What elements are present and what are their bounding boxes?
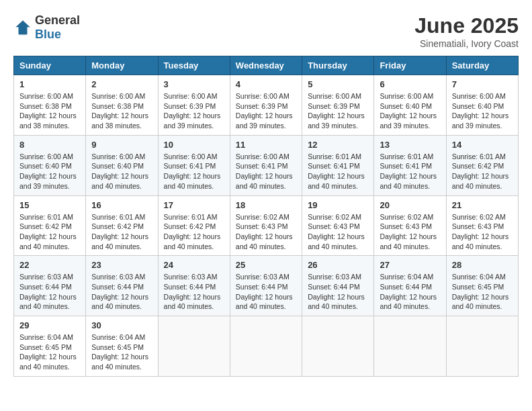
calendar-cell: 4 Sunrise: 6:00 AM Sunset: 6:39 PM Dayli…	[230, 75, 302, 136]
calendar-cell: 21 Sunrise: 6:02 AM Sunset: 6:43 PM Dayl…	[446, 195, 518, 256]
day-info: Sunrise: 6:03 AM Sunset: 6:44 PM Dayligh…	[164, 272, 224, 312]
day-info: Sunrise: 6:01 AM Sunset: 6:41 PM Dayligh…	[380, 152, 440, 191]
calendar-cell: 15 Sunrise: 6:01 AM Sunset: 6:42 PM Dayl…	[14, 195, 86, 256]
day-number: 22	[19, 260, 80, 270]
calendar-cell	[158, 316, 230, 377]
day-info: Sunrise: 6:00 AM Sunset: 6:39 PM Dayligh…	[308, 91, 368, 131]
calendar-cell: 9 Sunrise: 6:00 AM Sunset: 6:40 PM Dayli…	[86, 135, 158, 195]
calendar-week-3: 15 Sunrise: 6:01 AM Sunset: 6:42 PM Dayl…	[14, 195, 519, 256]
day-info: Sunrise: 6:00 AM Sunset: 6:40 PM Dayligh…	[380, 91, 440, 131]
day-info: Sunrise: 6:02 AM Sunset: 6:43 PM Dayligh…	[452, 212, 513, 252]
calendar-cell: 11 Sunrise: 6:00 AM Sunset: 6:41 PM Dayl…	[230, 135, 302, 195]
calendar-cell: 30 Sunrise: 6:04 AM Sunset: 6:45 PM Dayl…	[86, 316, 158, 377]
calendar-cell: 25 Sunrise: 6:03 AM Sunset: 6:44 PM Dayl…	[230, 256, 302, 316]
calendar-cell: 22 Sunrise: 6:03 AM Sunset: 6:44 PM Dayl…	[14, 256, 86, 316]
day-info: Sunrise: 6:01 AM Sunset: 6:42 PM Dayligh…	[452, 152, 513, 191]
weekday-header-sunday: Sunday	[14, 56, 86, 75]
day-info: Sunrise: 6:02 AM Sunset: 6:43 PM Dayligh…	[380, 212, 440, 252]
day-number: 29	[19, 320, 80, 330]
day-info: Sunrise: 6:00 AM Sunset: 6:41 PM Dayligh…	[236, 152, 296, 191]
weekday-header-thursday: Thursday	[302, 56, 374, 75]
calendar-cell: 20 Sunrise: 6:02 AM Sunset: 6:43 PM Dayl…	[374, 195, 446, 256]
day-number: 10	[164, 140, 224, 150]
day-info: Sunrise: 6:00 AM Sunset: 6:40 PM Dayligh…	[19, 152, 80, 191]
day-number: 9	[91, 140, 152, 150]
day-number: 3	[164, 79, 224, 89]
calendar-cell: 23 Sunrise: 6:03 AM Sunset: 6:44 PM Dayl…	[86, 256, 158, 316]
calendar-cell: 6 Sunrise: 6:00 AM Sunset: 6:40 PM Dayli…	[374, 75, 446, 136]
calendar-cell: 27 Sunrise: 6:04 AM Sunset: 6:44 PM Dayl…	[374, 256, 446, 316]
day-info: Sunrise: 6:00 AM Sunset: 6:39 PM Dayligh…	[236, 91, 296, 131]
day-number: 21	[452, 200, 513, 210]
weekday-header-tuesday: Tuesday	[158, 56, 230, 75]
day-number: 12	[308, 140, 368, 150]
calendar-cell: 28 Sunrise: 6:04 AM Sunset: 6:45 PM Dayl…	[446, 256, 518, 316]
day-info: Sunrise: 6:01 AM Sunset: 6:42 PM Dayligh…	[164, 212, 224, 252]
calendar-cell	[302, 316, 374, 377]
day-number: 14	[452, 140, 513, 150]
calendar-cell: 24 Sunrise: 6:03 AM Sunset: 6:44 PM Dayl…	[158, 256, 230, 316]
calendar-table: SundayMondayTuesdayWednesdayThursdayFrid…	[13, 56, 519, 377]
logo: General Blue	[13, 13, 80, 42]
calendar-cell: 5 Sunrise: 6:00 AM Sunset: 6:39 PM Dayli…	[302, 75, 374, 136]
day-info: Sunrise: 6:00 AM Sunset: 6:38 PM Dayligh…	[91, 91, 152, 131]
calendar-cell: 2 Sunrise: 6:00 AM Sunset: 6:38 PM Dayli…	[86, 75, 158, 136]
day-info: Sunrise: 6:04 AM Sunset: 6:45 PM Dayligh…	[91, 332, 152, 372]
calendar-cell: 1 Sunrise: 6:00 AM Sunset: 6:38 PM Dayli…	[14, 75, 86, 136]
day-info: Sunrise: 6:02 AM Sunset: 6:43 PM Dayligh…	[236, 212, 296, 252]
weekday-header-monday: Monday	[86, 56, 158, 75]
weekday-header-saturday: Saturday	[446, 56, 518, 75]
calendar-week-2: 8 Sunrise: 6:00 AM Sunset: 6:40 PM Dayli…	[14, 135, 519, 195]
calendar-week-1: 1 Sunrise: 6:00 AM Sunset: 6:38 PM Dayli…	[14, 75, 519, 136]
calendar-cell: 7 Sunrise: 6:00 AM Sunset: 6:40 PM Dayli…	[446, 75, 518, 136]
day-info: Sunrise: 6:03 AM Sunset: 6:44 PM Dayligh…	[308, 272, 368, 312]
day-info: Sunrise: 6:02 AM Sunset: 6:43 PM Dayligh…	[308, 212, 368, 252]
day-number: 28	[452, 260, 513, 270]
day-info: Sunrise: 6:01 AM Sunset: 6:42 PM Dayligh…	[19, 212, 80, 252]
day-number: 4	[236, 79, 296, 89]
day-info: Sunrise: 6:04 AM Sunset: 6:45 PM Dayligh…	[452, 272, 513, 312]
calendar-cell: 19 Sunrise: 6:02 AM Sunset: 6:43 PM Dayl…	[302, 195, 374, 256]
day-info: Sunrise: 6:01 AM Sunset: 6:41 PM Dayligh…	[308, 152, 368, 191]
logo-icon	[13, 18, 32, 37]
calendar-cell: 13 Sunrise: 6:01 AM Sunset: 6:41 PM Dayl…	[374, 135, 446, 195]
calendar-cell	[374, 316, 446, 377]
calendar-cell: 12 Sunrise: 6:01 AM Sunset: 6:41 PM Dayl…	[302, 135, 374, 195]
calendar-cell: 29 Sunrise: 6:04 AM Sunset: 6:45 PM Dayl…	[14, 316, 86, 377]
day-info: Sunrise: 6:01 AM Sunset: 6:42 PM Dayligh…	[91, 212, 152, 252]
day-number: 15	[19, 200, 80, 210]
location-title: Sinematiali, Ivory Coast	[414, 38, 519, 49]
page-header: General Blue June 2025 Sinematiali, Ivor…	[13, 13, 519, 49]
day-number: 24	[164, 260, 224, 270]
day-number: 27	[380, 260, 440, 270]
day-number: 6	[380, 79, 440, 89]
day-number: 25	[236, 260, 296, 270]
day-info: Sunrise: 6:00 AM Sunset: 6:38 PM Dayligh…	[19, 91, 80, 131]
month-title: June 2025	[414, 13, 519, 38]
day-number: 2	[91, 79, 152, 89]
day-info: Sunrise: 6:03 AM Sunset: 6:44 PM Dayligh…	[236, 272, 296, 312]
day-info: Sunrise: 6:03 AM Sunset: 6:44 PM Dayligh…	[19, 272, 80, 312]
title-area: June 2025 Sinematiali, Ivory Coast	[414, 13, 519, 49]
day-number: 23	[91, 260, 152, 270]
day-number: 18	[236, 200, 296, 210]
logo-text: General Blue	[35, 13, 80, 42]
day-number: 16	[91, 200, 152, 210]
calendar-cell: 14 Sunrise: 6:01 AM Sunset: 6:42 PM Dayl…	[446, 135, 518, 195]
day-number: 30	[91, 320, 152, 330]
day-info: Sunrise: 6:04 AM Sunset: 6:44 PM Dayligh…	[380, 272, 440, 312]
day-number: 17	[164, 200, 224, 210]
day-number: 8	[19, 140, 80, 150]
calendar-week-4: 22 Sunrise: 6:03 AM Sunset: 6:44 PM Dayl…	[14, 256, 519, 316]
day-info: Sunrise: 6:00 AM Sunset: 6:39 PM Dayligh…	[164, 91, 224, 131]
logo-general: General	[35, 13, 80, 27]
day-number: 20	[380, 200, 440, 210]
calendar-cell: 26 Sunrise: 6:03 AM Sunset: 6:44 PM Dayl…	[302, 256, 374, 316]
day-info: Sunrise: 6:03 AM Sunset: 6:44 PM Dayligh…	[91, 272, 152, 312]
calendar-cell: 10 Sunrise: 6:00 AM Sunset: 6:41 PM Dayl…	[158, 135, 230, 195]
day-info: Sunrise: 6:00 AM Sunset: 6:40 PM Dayligh…	[91, 152, 152, 191]
weekday-header-friday: Friday	[374, 56, 446, 75]
calendar-cell: 16 Sunrise: 6:01 AM Sunset: 6:42 PM Dayl…	[86, 195, 158, 256]
day-number: 19	[308, 200, 368, 210]
calendar-cell: 8 Sunrise: 6:00 AM Sunset: 6:40 PM Dayli…	[14, 135, 86, 195]
